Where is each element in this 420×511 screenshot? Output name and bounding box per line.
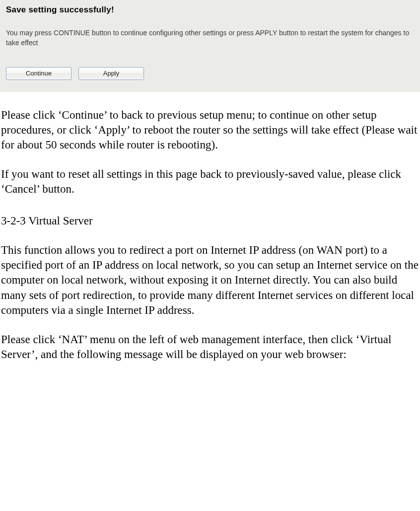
paragraph-cancel: If you want to reset all settings in thi…: [1, 167, 420, 197]
paragraph-nat-instruction: Please click ‘NAT’ menu on the left of w…: [1, 332, 420, 363]
paragraph-continue-apply: Please click ‘Continue’ to back to previ…: [1, 108, 420, 153]
apply-button[interactable]: Apply: [78, 67, 144, 80]
dialog-button-row: Continue Apply: [6, 67, 414, 80]
continue-button[interactable]: Continue: [6, 67, 71, 80]
paragraph-virtual-server-desc: This function allows you to redirect a p…: [1, 243, 420, 318]
dialog-title: Save setting successfully!: [6, 5, 414, 15]
section-heading-virtual-server: 3-2-3 Virtual Server: [1, 214, 420, 228]
dialog-body-text: You may press CONTINUE button to continu…: [6, 28, 414, 48]
save-setting-dialog: Save setting successfully! You may press…: [0, 0, 420, 92]
document-body: Please click ‘Continue’ to back to previ…: [0, 92, 420, 363]
